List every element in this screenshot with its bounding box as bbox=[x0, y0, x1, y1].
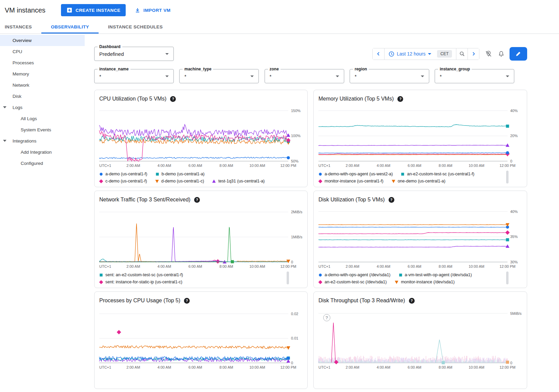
legend-item[interactable]: b-demo (us-central1-a) bbox=[156, 172, 205, 176]
time-back-button[interactable] bbox=[373, 48, 384, 60]
x-axis-labels: UTC+12:00 AM4:00 AM6:00 AM8:00 AM10:00 A… bbox=[99, 364, 288, 370]
chart-title: Memory Utilization (Top 5 VMs) bbox=[318, 96, 394, 102]
y-axis-label: 0 bbox=[510, 361, 512, 365]
x-axis-label: 8:00 AM bbox=[439, 264, 452, 268]
expand-arrow-icon[interactable] bbox=[3, 106, 6, 108]
legend-scrollbar[interactable] bbox=[506, 271, 509, 284]
legend-marker-square-icon bbox=[156, 172, 159, 176]
sidebar-item-all-logs[interactable]: All Logs bbox=[0, 113, 85, 124]
x-axis-label: 8:00 AM bbox=[220, 164, 233, 168]
filter-instance-group[interactable]: instance_group* bbox=[435, 69, 514, 83]
sidebar-item-network[interactable]: Network bbox=[0, 80, 85, 91]
legend-row: sent: an-e2-custom-test-sc (us-central1-… bbox=[99, 273, 303, 277]
dashboard-select[interactable]: DashboardPredefined bbox=[94, 47, 174, 61]
edit-dashboard-button[interactable] bbox=[510, 47, 527, 61]
sidebar-item-system-events[interactable]: System Events bbox=[0, 124, 85, 135]
filter-zone[interactable]: zone* bbox=[265, 69, 344, 83]
legend-item[interactable]: monitor-instance (us-central1-f) bbox=[318, 179, 384, 183]
legend-scrollbar[interactable] bbox=[287, 271, 289, 284]
sidebar-item-add-integration[interactable]: Add Integration bbox=[0, 147, 85, 158]
x-axis-label: 2:00 AM bbox=[346, 164, 359, 168]
legend-item[interactable]: sent: instance-for-static-ip (us-central… bbox=[99, 280, 182, 284]
legend-item[interactable]: an-e2-custom-test-sc (us-central1-f) bbox=[401, 172, 474, 176]
chart-card-header: Processes by CPU Usage (Top 5)? bbox=[99, 297, 303, 305]
help-icon[interactable]: ? bbox=[194, 197, 200, 203]
chart-plot bbox=[318, 307, 508, 363]
filter-instance-name-value: * bbox=[99, 73, 165, 79]
legend-item[interactable]: test-1q31 (us-central1-a) bbox=[212, 179, 265, 183]
x-axis-label: 8:00 AM bbox=[220, 264, 233, 268]
filter-instance-name-label: instance_name bbox=[98, 67, 130, 71]
sidebar-item-memory[interactable]: Memory bbox=[0, 68, 85, 80]
help-icon[interactable]: ? bbox=[409, 298, 415, 304]
legend-marker-diamond-icon bbox=[318, 280, 322, 284]
y-axis-labels: 150%100%50% bbox=[288, 106, 303, 161]
timezone-chip[interactable]: CET bbox=[437, 50, 452, 58]
time-forward-button[interactable] bbox=[468, 48, 479, 60]
sidebar-item-label: Integrations bbox=[13, 138, 37, 144]
legend-item[interactable]: a-demo (us-central1-f) bbox=[99, 172, 147, 176]
chevron-down-icon bbox=[336, 75, 339, 77]
legend-marker-diamond-icon bbox=[318, 179, 322, 183]
legend-row: an-e2-custom-test-sc (/dev/sda1)monitor-… bbox=[318, 280, 522, 284]
filter-instance-name[interactable]: instance_name* bbox=[94, 69, 174, 83]
legend-label: an-e2-custom-test-sc (us-central1-f) bbox=[407, 172, 474, 176]
alerts-button[interactable] bbox=[498, 50, 505, 58]
help-icon[interactable]: ? bbox=[397, 96, 403, 102]
x-axis-label: 4:00 AM bbox=[158, 164, 171, 168]
chart-plot bbox=[318, 206, 508, 262]
chart-title: CPU Utilization (Top 5 VMs) bbox=[99, 96, 166, 102]
tab-observability[interactable]: OBSERVABILITY bbox=[41, 20, 99, 34]
chart-title: Disk Throughput (Top 3 Read/Write) bbox=[318, 298, 405, 304]
sidebar-item-cpu[interactable]: CPU bbox=[0, 46, 85, 57]
zoom-button[interactable] bbox=[456, 48, 468, 60]
sidebar-item-label: All Logs bbox=[21, 116, 37, 121]
legend-item[interactable]: c-demo (us-central1-f) bbox=[99, 179, 147, 183]
filter-zone-label: zone bbox=[268, 67, 281, 71]
filter-machine-type[interactable]: machine_type* bbox=[179, 69, 259, 83]
legend-item[interactable]: a-vm-test-with-op-agent (/dev/sda1) bbox=[399, 273, 472, 277]
x-axis-label: 6:00 AM bbox=[188, 164, 202, 168]
x-axis-label: 10:00 AM bbox=[469, 264, 484, 268]
legend-item[interactable]: an-e2-custom-test-sc (/dev/sda1) bbox=[318, 280, 387, 284]
sidebar-item-configured[interactable]: Configured bbox=[0, 158, 85, 169]
sidebar-item-processes[interactable]: Processes bbox=[0, 57, 85, 68]
legend-item[interactable]: one-demo (us-central1-a) bbox=[392, 179, 446, 183]
help-icon[interactable]: ? bbox=[170, 96, 176, 102]
tab-instance-schedules[interactable]: INSTANCE SCHEDULES bbox=[99, 20, 172, 34]
location-off-button[interactable] bbox=[485, 50, 492, 58]
sidebar-item-overview[interactable]: Overview bbox=[0, 35, 85, 46]
tab-instances[interactable]: INSTANCES bbox=[5, 20, 41, 34]
legend-item[interactable]: sent: an-e2-custom-test-sc (us-central1-… bbox=[99, 273, 183, 277]
sidebar-item-logs[interactable]: Logs bbox=[0, 102, 85, 113]
x-axis-labels: UTC+12:00 AM4:00 AM6:00 AM8:00 AM10:00 A… bbox=[318, 364, 508, 370]
legend-scrollbar[interactable] bbox=[506, 171, 509, 183]
x-axis-label: 2:00 AM bbox=[126, 264, 140, 268]
x-axis-label: 4:00 AM bbox=[377, 164, 390, 168]
help-outline-icon[interactable]: ? bbox=[323, 314, 330, 321]
filter-region[interactable]: region* bbox=[350, 69, 429, 83]
pencil-icon bbox=[515, 51, 521, 57]
legend-item[interactable]: monitor-instance (/dev/sda1) bbox=[395, 280, 454, 284]
legend-item[interactable]: a-demo-with-ops-agent (us-west2-a) bbox=[318, 172, 393, 176]
sidebar-item-integrations[interactable]: Integrations bbox=[0, 135, 85, 147]
x-axis-label: 4:00 AM bbox=[377, 365, 390, 369]
help-icon[interactable]: ? bbox=[184, 298, 190, 304]
dashboard-select-label: Dashboard bbox=[98, 44, 122, 49]
help-icon[interactable]: ? bbox=[389, 197, 394, 203]
expand-arrow-icon[interactable] bbox=[3, 140, 6, 142]
sidebar-item-disk[interactable]: Disk bbox=[0, 91, 85, 102]
import-vm-button[interactable]: IMPORT VM bbox=[134, 7, 170, 13]
time-range-selector[interactable]: Last 12 hours CET bbox=[384, 48, 456, 60]
filter-machine-type-value: * bbox=[184, 73, 250, 79]
filter-instance-group-value: * bbox=[440, 73, 506, 79]
chart-plot-row: 40%35%30% bbox=[318, 206, 522, 262]
legend-label: monitor-instance (us-central1-f) bbox=[325, 179, 384, 183]
legend-item[interactable]: d-demo (us-central1-c) bbox=[155, 179, 204, 183]
create-instance-button[interactable]: CREATE INSTANCE bbox=[61, 4, 126, 16]
tab-bar: INSTANCESOBSERVABILITYINSTANCE SCHEDULES bbox=[0, 20, 559, 34]
x-axis-label: UTC+1 bbox=[99, 264, 111, 268]
sidebar-item-label: CPU bbox=[13, 49, 22, 54]
legend-row: c-demo (us-central1-f)d-demo (us-central… bbox=[99, 179, 303, 183]
legend-item[interactable]: a-demo-with-ops-agent (/dev/sda1) bbox=[318, 273, 391, 277]
